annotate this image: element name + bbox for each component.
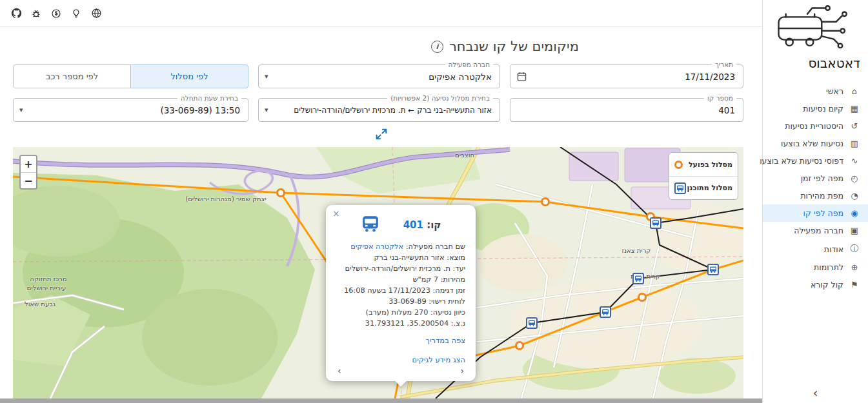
prev-vehicle-arrow[interactable]: ‹	[336, 366, 343, 376]
actual-location-marker[interactable]	[541, 197, 550, 206]
sidebar-item-about[interactable]: ⓘאודות	[763, 239, 868, 259]
close-icon[interactable]: ×	[332, 208, 340, 219]
popup-header: קו: 401	[336, 214, 465, 236]
sidebar-item-trips[interactable]: ▦קיום נסיעות	[763, 100, 868, 117]
popup-field-label: כיוון נסיעה:	[430, 308, 465, 317]
popup-field-value: ת. מרכזית ירושלים/הורדה-ירושלים	[345, 264, 450, 273]
operator-select[interactable]: חברה מפעילה אלקטרה אפיקים ▾	[258, 64, 500, 88]
map-time-icon: ◴	[849, 173, 860, 183]
map-place-label: יצחק שמיר (מנהרות ירושלים)	[185, 195, 266, 202]
lightbulb-icon[interactable]	[70, 8, 82, 19]
popup-field-row: כיוון נסיעה: 270 מעלות (מערב)	[336, 308, 465, 319]
missed-icon: ▥	[849, 139, 860, 148]
date-input[interactable]: תאריך 17/11/2023	[510, 64, 743, 88]
planned-stop-marker[interactable]	[600, 306, 611, 318]
zoom-out-button[interactable]: −	[21, 172, 36, 188]
toggle-by-vehicle-button[interactable]: לפי מספר רכב	[13, 64, 131, 88]
sidebar-item-patterns[interactable]: ∿דפוסי נסיעות שלא בוצעו	[763, 152, 868, 170]
popup-field-value[interactable]: אלקטרה אפיקים	[350, 242, 403, 251]
line-number-input[interactable]: מספר קו 401	[510, 98, 743, 122]
sidebar-item-label: קול קורא	[811, 280, 843, 290]
date-value: 17/11/2023	[530, 65, 735, 88]
sidebar-item-map-line[interactable]: ◉מפה לפי קו	[763, 204, 868, 222]
sidebar-item-operator[interactable]: ▣חברה מפעילה	[763, 222, 868, 239]
legend-actual-label: מסלול בפועל	[689, 161, 732, 169]
line-label: קו:	[427, 219, 441, 231]
bus-icon	[361, 214, 380, 236]
chevron-down-icon[interactable]: ▾	[265, 99, 268, 121]
planned-stop-marker[interactable]	[632, 273, 644, 284]
popup-field-row: שם חברה מפעילה: אלקטרה אפיקים	[336, 242, 465, 253]
route-select[interactable]: בחירת מסלול נסיעה (2 אפשרויות) אזור התעש…	[258, 98, 500, 122]
chevron-down-icon[interactable]: ▾	[19, 99, 23, 121]
popup-field-row: לוחית רישוי: 33-069-89	[336, 297, 465, 308]
horizontal-scrollbar[interactable]	[0, 398, 762, 403]
planned-stop-marker[interactable]	[526, 317, 538, 329]
sidebar-item-label: חברה מפעילה	[794, 226, 843, 235]
donate-dollar-icon[interactable]	[50, 8, 62, 19]
sidebar-item-donate[interactable]: ⊕לתרומות	[763, 259, 868, 276]
planned-route-bus-icon	[674, 182, 686, 194]
info-icon[interactable]: i	[431, 41, 443, 53]
route-select-value: אזור התעשייה-בני ברק ← ת. מרכזית ירושלים…	[278, 99, 492, 121]
popup-field-row: מוצא: אזור התעשייה-בני ברק	[336, 253, 465, 264]
guide-link[interactable]: צפה במדריך	[336, 336, 465, 345]
vehicle-popup: × קו: 401 שם חברה מפעילה: אלקטרה אפיקיםמ…	[326, 205, 476, 381]
map-place-label: מרכז תחזוקה	[30, 275, 66, 282]
planned-stop-marker[interactable]	[707, 264, 719, 275]
start-time-value: 13:50 (33-069-89)	[33, 99, 240, 121]
sidebar-item-map-time[interactable]: ◴מפה לפי זמן	[763, 170, 868, 187]
home-icon: ⌂	[849, 86, 860, 96]
sidebar-menu: ⌂ראשי▦קיום נסיעות↺היסטוריית נסיעות▥נסיעו…	[763, 77, 868, 293]
popup-field-label: יעד:	[452, 264, 465, 273]
calendar-icon[interactable]	[516, 65, 527, 88]
zoom-control: + −	[19, 155, 37, 190]
popup-field-value: 7 קמ"ש	[412, 275, 438, 284]
map-speed-icon: ◔	[849, 191, 860, 201]
chevron-down-icon[interactable]: ▾	[265, 65, 268, 88]
popup-field-value: 270 מעלות (מערב)	[366, 308, 429, 317]
view-toggle-group: לפי מסלול לפי מספר רכב	[13, 64, 248, 88]
line-number: 401	[403, 219, 423, 231]
actual-location-marker[interactable]	[276, 188, 285, 197]
popup-field-value: אזור התעשייה-בני ברק	[374, 253, 445, 262]
sidebar-item-megaphone[interactable]: ⚑קול קורא	[763, 276, 868, 293]
map-canvas[interactable]: חוצביםיצחק שמיר (מנהרות ירושלים)מרכז תחז…	[13, 147, 743, 398]
popup-field-row: זמן דגימה: 17/11/2023 בשעה 16:08	[336, 286, 465, 297]
patterns-icon: ∿	[849, 156, 860, 166]
sidebar-item-label: ראשי	[826, 86, 843, 96]
history-icon: ↺	[849, 121, 860, 131]
actual-location-marker[interactable]	[515, 341, 524, 350]
toggle-by-route-button[interactable]: לפי מסלול	[131, 64, 248, 88]
map-place-label: גבעת שאול	[25, 300, 56, 308]
popup-field-label: לוחית רישוי:	[429, 297, 465, 306]
popup-navigation: ‹ ›	[336, 366, 465, 376]
language-globe-icon[interactable]	[90, 8, 102, 19]
sidebar-item-label: מפה לפי זמן	[801, 173, 843, 183]
actual-location-marker[interactable]	[638, 293, 647, 302]
popup-field-value: 17/11/2023 בשעה 16:08	[344, 286, 430, 295]
sidebar-item-map-speed[interactable]: ◔מפת מהירות	[763, 187, 868, 204]
next-vehicle-arrow[interactable]: ›	[459, 366, 465, 376]
sidebar-item-history[interactable]: ↺היסטוריית נסיעות	[763, 117, 868, 135]
sidebar-item-label: מפה לפי קו	[803, 208, 843, 218]
bug-report-icon[interactable]	[30, 8, 42, 19]
map-line-icon: ◉	[849, 208, 860, 218]
popup-field-label: נ.צ.:	[451, 319, 465, 328]
github-icon[interactable]	[10, 8, 22, 19]
sidebar-item-label: דפוסי נסיעות שלא בוצעו	[760, 156, 843, 166]
legend-planned-row: מסלול מתוכנן	[669, 176, 738, 199]
sidebar-collapse-chevron[interactable]: ›	[813, 385, 818, 400]
start-time-select[interactable]: בחירת שעת התחלה 13:50 (33-069-89) ▾	[13, 98, 248, 122]
legend-planned-label: מסלול מתוכנן	[687, 184, 732, 192]
sidebar-item-label: מפת מהירות	[800, 191, 843, 201]
operator-value: אלקטרה אפיקים	[278, 65, 492, 88]
sidebar-item-home[interactable]: ⌂ראשי	[763, 83, 868, 100]
page-title: מיקומים של קו שנבחר i	[431, 39, 579, 54]
zoom-in-button[interactable]: +	[21, 156, 36, 172]
operator-icon: ▣	[849, 226, 860, 235]
planned-stop-marker[interactable]	[650, 217, 661, 229]
sidebar-item-missed[interactable]: ▥נסיעות שלא בוצעו	[763, 135, 868, 152]
geek-info-link[interactable]: הצג מידע לגיקים	[336, 355, 465, 364]
expand-map-icon[interactable]	[373, 127, 389, 143]
